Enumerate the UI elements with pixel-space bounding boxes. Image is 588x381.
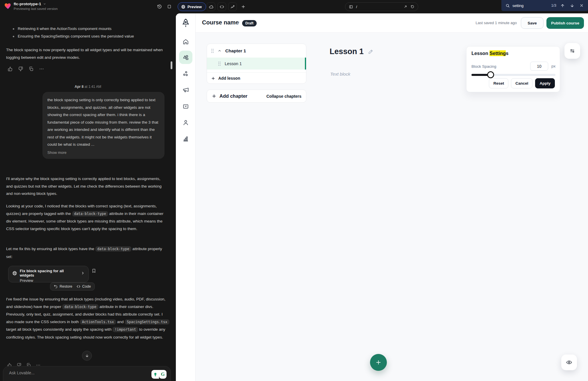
project-name: flc-prototype-1 bbox=[14, 2, 41, 6]
edit-pencil-icon[interactable] bbox=[368, 49, 374, 55]
shapes-icon bbox=[183, 54, 189, 61]
workspace: flc-prototype-1 Previewing last saved ve… bbox=[0, 0, 588, 381]
status-badge: Draft bbox=[242, 20, 257, 26]
chapter-header[interactable]: Chapter 1 bbox=[207, 44, 306, 58]
apply-button[interactable]: Apply bbox=[535, 78, 555, 88]
add-lesson-button[interactable]: Add lesson bbox=[207, 72, 306, 84]
undo-icon bbox=[54, 284, 58, 289]
plus-icon bbox=[212, 94, 217, 99]
top-bar: flc-prototype-1 Previewing last saved ve… bbox=[0, 0, 588, 13]
sidebar-item-home[interactable] bbox=[182, 38, 189, 45]
chapter-card: Chapter 1 Lesson 1 Add lesson bbox=[207, 44, 306, 84]
lovable-logo-icon[interactable] bbox=[4, 2, 12, 10]
copy-icon[interactable] bbox=[28, 66, 34, 72]
find-input[interactable] bbox=[512, 3, 547, 8]
block-spacing-input[interactable] bbox=[530, 62, 548, 71]
scroll-to-bottom-button[interactable] bbox=[82, 351, 92, 361]
find-prev-button[interactable] bbox=[559, 2, 566, 9]
thumbs-up-icon[interactable] bbox=[7, 66, 13, 72]
timestamp: Apr 8 at 1:41 AM bbox=[0, 85, 176, 89]
grammarly-badge[interactable]: G bbox=[151, 370, 167, 379]
sidebar-item-store[interactable] bbox=[182, 103, 189, 110]
collapse-chapters-button[interactable]: Collapse chapters bbox=[266, 94, 301, 99]
preview-eye-button[interactable] bbox=[561, 355, 577, 370]
edit-pencil-icon[interactable] bbox=[235, 20, 240, 25]
reset-button[interactable]: Reset bbox=[489, 78, 508, 88]
add-chapter-card: Add chapter Collapse chapters bbox=[207, 90, 306, 103]
inline-code: !important bbox=[112, 327, 138, 332]
settings-toggle-button[interactable] bbox=[564, 43, 580, 59]
globe-icon bbox=[12, 271, 17, 276]
list-item: Ensuring the SpacingSettings component u… bbox=[6, 33, 169, 40]
match-count: 1/3 bbox=[551, 3, 556, 8]
grammarly-icon: G bbox=[159, 370, 167, 379]
chat-panel: Retrieving it when the ActionTools compo… bbox=[0, 13, 176, 381]
inline-code: data-block-type bbox=[72, 211, 108, 216]
plus-icon bbox=[375, 359, 382, 366]
new-tab-button[interactable] bbox=[239, 2, 248, 11]
assistant-paragraph: I'll analyze why the block spacing setti… bbox=[6, 175, 168, 197]
edit-summary-card[interactable]: Fix block spacing for all widgets Previe… bbox=[8, 266, 89, 282]
lesson-list-item-selected[interactable]: Lesson 1 bbox=[207, 58, 306, 70]
cancel-button[interactable]: Cancel bbox=[511, 78, 532, 88]
text-block-placeholder[interactable]: Text block bbox=[330, 72, 350, 77]
panel-icon bbox=[167, 4, 171, 9]
history-button[interactable] bbox=[155, 2, 164, 11]
settings-title: Lesson Settings bbox=[471, 51, 508, 56]
analytics-button[interactable] bbox=[228, 2, 237, 11]
find-next-button[interactable] bbox=[569, 2, 576, 9]
drag-handle-icon[interactable] bbox=[218, 61, 221, 66]
restore-button[interactable]: Restore bbox=[54, 284, 72, 289]
publish-course-button[interactable]: Publish course bbox=[546, 17, 584, 29]
slider-thumb[interactable] bbox=[487, 71, 494, 78]
bookmark-icon[interactable] bbox=[92, 268, 96, 273]
drag-handle-icon[interactable] bbox=[211, 49, 214, 53]
lesson-item-label: Lesson 1 bbox=[225, 61, 242, 66]
lesson-page-title: Lesson 1 bbox=[330, 47, 374, 56]
plus-icon bbox=[211, 76, 215, 81]
open-external-icon[interactable] bbox=[403, 5, 408, 9]
sidebar-item-analytics[interactable] bbox=[182, 136, 189, 142]
sidebar-item-community[interactable] bbox=[182, 70, 189, 77]
add-chapter-button[interactable]: Add chapter bbox=[212, 93, 247, 99]
more-icon[interactable] bbox=[38, 66, 45, 72]
deploy-button[interactable] bbox=[207, 2, 215, 11]
sidebar-item-announcements[interactable] bbox=[182, 87, 189, 93]
sidebar-item-content-active[interactable] bbox=[179, 51, 192, 64]
sidebar-item-profile[interactable] bbox=[182, 119, 189, 126]
project-subtitle: Previewing last saved version bbox=[14, 7, 58, 10]
find-close-button[interactable] bbox=[578, 2, 585, 9]
show-more-link[interactable]: Show more bbox=[47, 150, 67, 155]
block-spacing-slider[interactable] bbox=[471, 74, 555, 76]
preview-button[interactable]: Preview bbox=[178, 2, 206, 11]
inline-code: data-block-type bbox=[62, 304, 98, 309]
eye-icon bbox=[566, 359, 572, 366]
url-bar[interactable]: / bbox=[345, 2, 418, 11]
thumbs-down-icon[interactable] bbox=[17, 66, 24, 72]
device-frame-button[interactable] bbox=[165, 2, 174, 11]
message-actions bbox=[7, 66, 45, 72]
arrow-down-icon bbox=[85, 354, 89, 358]
project-name-menu[interactable]: flc-prototype-1 bbox=[14, 2, 46, 6]
chat-composer: G Edit Chat bbox=[3, 366, 171, 381]
app-preview-panel: Course name Draft Last saved 1 minute ag… bbox=[176, 13, 588, 381]
add-block-fab[interactable] bbox=[370, 354, 387, 371]
view-code-button[interactable]: Code bbox=[76, 284, 91, 289]
sliders-icon bbox=[569, 48, 575, 54]
code-icon bbox=[219, 4, 224, 9]
refresh-icon[interactable] bbox=[410, 5, 414, 9]
code-view-button[interactable] bbox=[217, 2, 226, 11]
find-bar: 1/3 bbox=[501, 0, 588, 11]
composer-input[interactable] bbox=[9, 371, 143, 381]
user-message-text: the block spacing setting is only correc… bbox=[47, 96, 160, 148]
assistant-paragraph: The block spacing is now properly applie… bbox=[6, 46, 168, 61]
scrollbar[interactable] bbox=[171, 61, 172, 69]
inline-code: ActionTools.tsx bbox=[80, 319, 116, 325]
list-item: Retrieving it when the ActionTools compo… bbox=[6, 25, 169, 33]
user-message-bubble: the block spacing setting is only correc… bbox=[42, 92, 165, 159]
assistant-paragraph: Looking at your code, I noticed that the… bbox=[6, 202, 169, 232]
save-button[interactable]: Save bbox=[521, 17, 544, 29]
nav-rail bbox=[176, 13, 196, 381]
chevron-up-icon[interactable] bbox=[218, 49, 221, 53]
bullet-list: Retrieving it when the ActionTools compo… bbox=[6, 25, 169, 40]
